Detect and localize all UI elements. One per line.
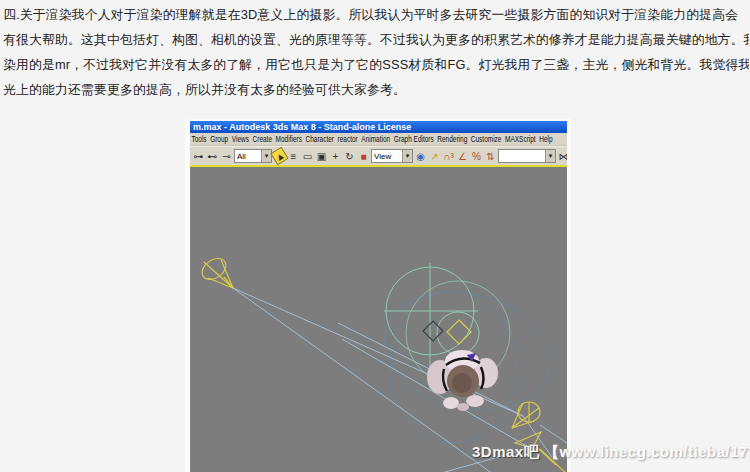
select-and-scale-icon[interactable]: ■ xyxy=(357,149,370,163)
select-by-name-icon[interactable]: ≡ xyxy=(287,149,300,163)
angle-snap-icon[interactable]: ∠ xyxy=(456,149,469,163)
selection-filter-dropdown-value: All xyxy=(235,152,246,161)
menu-item-modifiers[interactable]: Modifiers xyxy=(276,134,302,144)
dropdown-arrow-icon[interactable]: ▾ xyxy=(545,150,555,162)
window-crossing-icon[interactable]: ▣ xyxy=(315,149,328,163)
post-text-line: 染用的是mr，不过我对它并没有太多的了解，用它也只是为了它的SSS材质和FG。灯… xyxy=(3,52,749,77)
menu-bar: ToolsGroupViewsCreateModifiersCharacterr… xyxy=(190,133,567,145)
menu-item-tools[interactable]: Tools xyxy=(191,134,206,144)
menu-item-group[interactable]: Group xyxy=(210,134,228,144)
post-text-line: 四.关于渲染我个人对于渲染的理解就是在3D意义上的摄影。所以我认为平时多去研究一… xyxy=(3,2,749,27)
unlink-selection-icon[interactable]: ⊷ xyxy=(206,149,219,163)
watermark-brand: 3Dmax吧 xyxy=(472,443,539,460)
perspective-viewport[interactable] xyxy=(190,167,567,472)
3dsmax-window: m.max - Autodesk 3ds Max 8 - Stand-alone… xyxy=(185,119,571,472)
mirror-icon[interactable]: ⋈ xyxy=(557,149,567,163)
select-and-move-icon[interactable]: + xyxy=(329,149,342,163)
named-selection-sets-dropdown[interactable]: ▾ xyxy=(498,149,556,163)
menu-item-create[interactable]: Create xyxy=(253,134,272,144)
menu-item-rendering[interactable]: Rendering xyxy=(437,134,467,144)
post-text: 四.关于渲染我个人对于渲染的理解就是在3D意义上的摄影。所以我认为平时多去研究一… xyxy=(3,2,749,102)
dropdown-arrow-icon[interactable]: ▾ xyxy=(402,150,412,162)
bind-to-spacewarp-icon[interactable]: ⊸ xyxy=(220,149,233,163)
rectangular-selection-region-icon[interactable]: ▭ xyxy=(301,149,314,163)
select-and-rotate-icon[interactable]: ↻ xyxy=(343,149,356,163)
watermark: 3Dmax吧 【www.linecg.com/tieba/1771】 xyxy=(472,443,750,462)
use-pivot-center-icon[interactable]: ◉ xyxy=(414,149,427,163)
light-target-diamond[interactable] xyxy=(423,321,443,341)
key-spotlight-gizmo[interactable] xyxy=(198,254,233,288)
menu-item-character[interactable]: Character xyxy=(306,134,334,144)
reference-coordinate-system-dropdown[interactable]: View▾ xyxy=(371,149,413,163)
viewport-scene xyxy=(190,167,567,472)
menu-item-graph-editors[interactable]: Graph Editors xyxy=(394,134,434,144)
spinner-snap-icon[interactable]: ⇅ xyxy=(484,149,497,163)
post-text-line: 有很大帮助。这其中包括灯、构图、相机的设置、光的原理等等。不过我认为更多的积累艺… xyxy=(3,27,749,52)
menu-bar-container: ToolsGroupViewsCreateModifiersCharacterr… xyxy=(190,133,567,146)
menu-item-reactor[interactable]: reactor xyxy=(338,134,358,144)
select-and-link-icon[interactable]: ⊶ xyxy=(192,149,205,163)
menu-item-animation[interactable]: Animation xyxy=(361,134,390,144)
menu-item-help[interactable]: Help xyxy=(539,134,552,144)
select-and-manipulate-icon[interactable]: ↗ xyxy=(428,149,441,163)
back-spotlight-gizmo[interactable] xyxy=(512,402,540,428)
toolbar: ⊶⊷⊸All▾▲≡▭▣+↻■View▾◉↗∩³∠%⇅▾⋈∥ xyxy=(190,146,567,165)
window-titlebar: m.max - Autodesk 3ds Max 8 - Stand-alone… xyxy=(190,121,567,133)
selection-filter-dropdown[interactable]: All▾ xyxy=(234,149,272,163)
percent-snap-icon[interactable]: % xyxy=(470,149,483,163)
post-text-line: 光上的能力还需要更多的提高，所以并没有太多的经验可供大家参考。 xyxy=(3,77,749,102)
snap-toggle-3d-icon[interactable]: ∩³ xyxy=(442,149,455,163)
menu-item-customize[interactable]: Customize xyxy=(471,134,502,144)
menu-item-maxscript[interactable]: MAXScript xyxy=(505,134,536,144)
dropdown-arrow-icon[interactable]: ▾ xyxy=(261,150,271,162)
select-object-icon[interactable]: ▲ xyxy=(270,147,288,165)
menu-item-views[interactable]: Views xyxy=(232,134,249,144)
watermark-source: 【www.linecg.com/tieba/1771】 xyxy=(544,443,750,460)
selected-target-diamond[interactable] xyxy=(447,320,471,344)
window-title: m.max - Autodesk 3ds Max 8 - Stand-alone… xyxy=(193,122,411,132)
reference-coordinate-system-dropdown-value: View xyxy=(372,152,391,161)
